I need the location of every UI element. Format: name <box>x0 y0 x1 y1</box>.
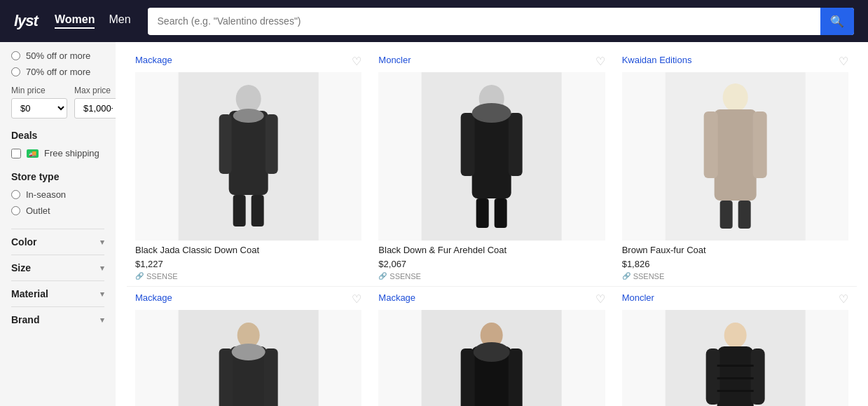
product-header: Mackage ♡ <box>378 292 605 306</box>
store-name: SSENSE <box>146 272 178 280</box>
discount-70-label: 70% off or more <box>26 67 90 77</box>
color-label: Color <box>11 236 37 248</box>
link-icon: 🔗 <box>378 272 387 280</box>
product-image-svg <box>378 310 605 406</box>
search-input[interactable] <box>148 8 820 34</box>
discount-70-option[interactable]: 70% off or more <box>11 67 104 77</box>
product-card: Mackage ♡ <box>127 49 370 287</box>
product-header: Mackage ♡ <box>135 292 361 306</box>
nav-women[interactable]: Women <box>55 13 95 29</box>
svg-rect-12 <box>509 113 523 176</box>
brand-section-header[interactable]: Brand ▾ <box>11 306 104 332</box>
main-nav: Women Men <box>55 13 131 29</box>
deals-title: Deals <box>11 130 104 141</box>
svg-point-28 <box>232 344 266 360</box>
svg-point-36 <box>474 342 510 362</box>
search-bar: 🔍 <box>148 8 854 35</box>
product-name: Brown Faux-fur Coat <box>622 245 848 257</box>
product-brand[interactable]: Kwaidan Editions <box>622 55 692 65</box>
discount-50-radio[interactable] <box>11 51 20 60</box>
svg-rect-15 <box>495 198 507 228</box>
product-brand[interactable]: Moncler <box>622 292 654 303</box>
svg-point-13 <box>472 103 511 123</box>
product-card: Mackage ♡ <box>370 287 613 406</box>
wishlist-button[interactable]: ♡ <box>595 55 605 68</box>
link-icon: 🔗 <box>135 272 144 280</box>
svg-rect-41 <box>717 346 753 406</box>
svg-rect-10 <box>472 111 511 198</box>
product-card: Mackage ♡ <box>127 287 370 406</box>
wishlist-button[interactable]: ♡ <box>595 292 605 306</box>
product-price: $1,826 <box>622 259 848 269</box>
svg-rect-19 <box>703 111 717 178</box>
free-shipping-option[interactable]: 🚚 Free shipping <box>11 148 104 158</box>
svg-rect-44 <box>717 365 753 367</box>
svg-rect-20 <box>752 111 766 178</box>
svg-rect-11 <box>461 113 475 176</box>
brand-label: Brand <box>11 314 39 325</box>
product-brand[interactable]: Mackage <box>378 292 415 303</box>
product-header: Moncler ♡ <box>622 292 848 306</box>
store-type-section: Store type In-season Outlet <box>11 171 104 216</box>
svg-rect-45 <box>717 377 753 379</box>
outlet-option[interactable]: Outlet <box>11 205 104 216</box>
discount-70-radio[interactable] <box>11 67 20 76</box>
store-tag: 🔗 SSENSE <box>622 272 848 280</box>
material-section-header[interactable]: Material ▾ <box>11 280 104 306</box>
svg-rect-26 <box>219 349 233 406</box>
wishlist-button[interactable]: ♡ <box>352 55 361 68</box>
discount-50-option[interactable]: 50% off or more <box>11 50 104 61</box>
max-price-label: Max price <box>74 86 116 95</box>
product-grid: Mackage ♡ <box>127 49 857 406</box>
store-tag: 🔗 SSENSE <box>378 272 605 280</box>
in-season-option[interactable]: In-season <box>11 189 104 200</box>
product-brand[interactable]: Mackage <box>135 55 172 65</box>
store-type-title: Store type <box>11 171 104 182</box>
product-card: Kwaidan Editions ♡ Brown Faux <box>614 49 857 287</box>
product-image <box>622 310 848 406</box>
svg-point-17 <box>722 83 748 111</box>
in-season-radio[interactable] <box>11 190 20 199</box>
wishlist-button[interactable]: ♡ <box>839 292 848 306</box>
outlet-radio[interactable] <box>11 206 20 215</box>
product-image <box>378 72 605 241</box>
svg-rect-7 <box>252 195 264 226</box>
nav-men[interactable]: Men <box>109 13 130 29</box>
wishlist-button[interactable]: ♡ <box>352 292 361 306</box>
search-button[interactable]: 🔍 <box>820 8 854 35</box>
link-icon: 🔗 <box>622 272 631 280</box>
size-label: Size <box>11 262 31 273</box>
product-image <box>622 72 848 241</box>
svg-rect-22 <box>738 201 750 229</box>
product-brand[interactable]: Mackage <box>135 292 172 303</box>
product-card: Moncler ♡ Black <box>370 49 613 287</box>
svg-point-5 <box>233 109 264 123</box>
svg-rect-18 <box>714 109 756 201</box>
product-image <box>135 310 361 406</box>
svg-rect-27 <box>264 349 278 406</box>
size-section-header[interactable]: Size ▾ <box>11 255 104 280</box>
wishlist-button[interactable]: ♡ <box>839 55 848 68</box>
max-price-group: Max price $1,000+ $500 $200 $100 <box>74 86 116 119</box>
in-season-label: In-season <box>26 189 66 200</box>
store-name: SSENSE <box>633 272 665 280</box>
max-price-select[interactable]: $1,000+ $500 $200 $100 <box>74 98 116 119</box>
product-price: $1,227 <box>135 259 361 269</box>
product-image-svg <box>622 310 848 406</box>
svg-point-40 <box>724 323 746 348</box>
svg-rect-42 <box>705 349 719 405</box>
svg-rect-46 <box>717 390 753 392</box>
material-label: Material <box>11 288 48 299</box>
product-image-svg <box>378 72 605 241</box>
svg-rect-43 <box>750 349 764 405</box>
sidebar: 50% off or more 70% off or more Min pric… <box>0 42 116 406</box>
svg-rect-2 <box>229 111 268 195</box>
color-section-header[interactable]: Color ▾ <box>11 229 104 255</box>
product-brand[interactable]: Moncler <box>378 55 411 65</box>
logo: lyst <box>14 12 38 30</box>
min-price-select[interactable]: $0 $50 $100 $200 $500 <box>11 98 67 119</box>
product-image <box>378 310 605 406</box>
discount-filter-group: 50% off or more 70% off or more <box>11 50 104 77</box>
outlet-label: Outlet <box>26 205 50 216</box>
free-shipping-checkbox[interactable] <box>11 149 21 158</box>
